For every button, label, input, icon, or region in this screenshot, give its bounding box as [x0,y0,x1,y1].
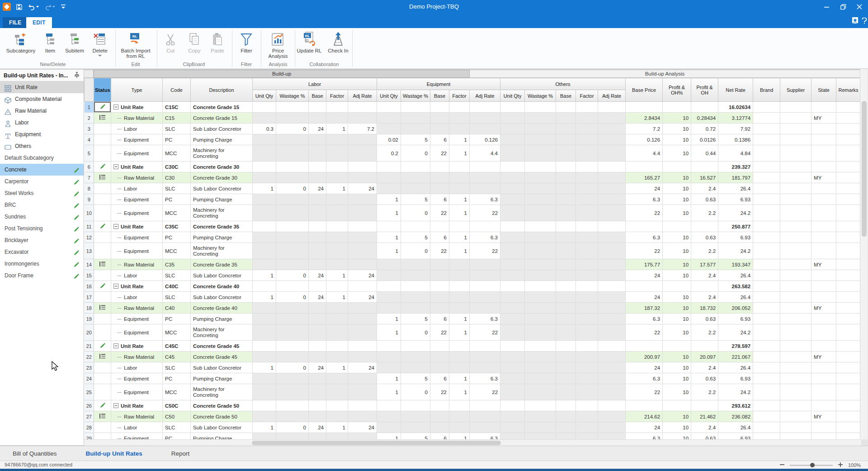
others-wastage-cell[interactable] [525,259,556,270]
sub-header-factor[interactable]: Factor [326,90,348,102]
others-factor-cell[interactable] [576,384,598,400]
labor-base-cell[interactable] [309,384,326,400]
labor-base-cell[interactable] [309,145,326,162]
equip-factor-cell[interactable] [449,292,470,303]
brand-cell[interactable] [753,400,780,411]
equip-base-cell[interactable] [430,162,449,172]
labor-factor-cell[interactable] [326,314,348,324]
code-cell[interactable]: MCC [163,384,191,400]
labor-factor-cell[interactable] [326,352,348,362]
labor-factor-cell[interactable]: 1 [326,362,348,373]
equip-unit-qty-cell[interactable]: 0.02 [377,134,401,145]
brand-cell[interactable] [753,124,780,134]
equip-factor-cell[interactable] [449,303,470,314]
supplier-cell[interactable] [780,411,811,422]
code-cell[interactable]: SLC [163,362,191,373]
remarks-cell[interactable] [836,194,860,205]
edit-pencil-icon[interactable] [73,248,80,255]
state-cell[interactable]: MY [811,259,836,270]
sub-header-unit-qty[interactable]: Unit Qty [377,90,401,102]
description-cell[interactable]: Machinery for Concreting [191,243,253,259]
equip-base-cell[interactable] [430,352,449,362]
net-rate-cell[interactable]: 6.93 [718,314,753,324]
base-price-cell[interactable] [626,400,663,411]
others-unit-qty-cell[interactable] [500,384,525,400]
equip-wastage-cell[interactable] [401,124,430,134]
brand-cell[interactable] [753,221,780,232]
tab-report[interactable]: Report [171,450,190,457]
status-cell[interactable] [94,314,111,324]
equip-unit-qty-cell[interactable] [377,113,401,124]
equip-wastage-cell[interactable] [401,162,430,172]
equip-base-cell[interactable] [430,362,449,373]
others-unit-qty-cell[interactable] [500,243,525,259]
equip-wastage-cell[interactable] [401,400,430,411]
labor-factor-cell[interactable] [326,373,348,384]
profit-oh-cell[interactable]: 2.4 [691,270,718,281]
zoom-out-button[interactable] [779,462,785,468]
sub-header-base[interactable]: Base [430,90,449,102]
status-cell[interactable] [94,433,111,440]
others-factor-cell[interactable] [576,422,598,433]
equip-unit-qty-cell[interactable]: 1 [377,194,401,205]
state-cell[interactable] [811,134,836,145]
profit-oh-cell[interactable]: 17.577 [691,259,718,270]
collapse-icon[interactable] [113,343,118,348]
equip-unit-qty-cell[interactable] [377,400,401,411]
equip-factor-cell[interactable]: 1 [449,433,470,440]
others-adj-rate-cell[interactable] [598,352,626,362]
equip-unit-qty-cell[interactable] [377,102,401,113]
others-wastage-cell[interactable] [525,194,556,205]
type-cell[interactable]: Equipment [111,145,163,162]
remarks-cell[interactable] [836,281,860,292]
state-cell[interactable] [811,292,836,303]
base-price-cell[interactable]: 187.32 [626,303,663,314]
others-factor-cell[interactable] [576,172,598,183]
labor-adj-rate-cell[interactable] [348,352,377,362]
labor-wastage-cell[interactable] [276,145,309,162]
row-number[interactable]: 15 [85,270,94,281]
profit-oh-pct-cell[interactable]: 10 [663,205,691,221]
brand-cell[interactable] [753,411,780,422]
base-price-cell[interactable]: 6.3 [626,194,663,205]
others-adj-rate-cell[interactable] [598,162,626,172]
equip-base-cell[interactable] [430,259,449,270]
net-rate-cell[interactable]: 6.93 [718,232,753,243]
column-header-profit-oh-[interactable]: Profit & OH% [663,78,691,102]
others-unit-qty-cell[interactable] [500,205,525,221]
row-number[interactable]: 22 [85,352,94,362]
others-base-cell[interactable] [556,433,576,440]
description-cell[interactable]: Pumping Charge [191,232,253,243]
profit-oh-cell[interactable]: 0.72 [691,124,718,134]
equip-adj-rate-cell[interactable]: 6.3 [470,433,500,440]
sidebar-item-equipment[interactable]: Equipment [0,128,84,140]
item-button[interactable]: Item [40,30,60,53]
state-cell[interactable] [811,400,836,411]
equip-base-cell[interactable] [430,281,449,292]
labor-factor-cell[interactable]: 1 [326,270,348,281]
labor-factor-cell[interactable] [326,205,348,221]
type-cell[interactable]: Equipment [111,324,163,341]
labor-unit-qty-cell[interactable] [253,411,276,422]
equip-wastage-cell[interactable]: 0 [401,205,430,221]
equip-factor-cell[interactable] [449,400,470,411]
others-unit-qty-cell[interactable] [500,292,525,303]
brand-cell[interactable] [753,341,780,352]
equip-factor-cell[interactable] [449,422,470,433]
supplier-cell[interactable] [780,303,811,314]
subcategory-item[interactable]: Default Subcategory [0,152,84,164]
others-adj-rate-cell[interactable] [598,205,626,221]
others-adj-rate-cell[interactable] [598,270,626,281]
equip-unit-qty-cell[interactable] [377,422,401,433]
code-cell[interactable]: SLC [163,270,191,281]
others-wastage-cell[interactable] [525,352,556,362]
type-cell[interactable]: Raw Material [111,113,163,124]
equip-unit-qty-cell[interactable]: 1 [377,232,401,243]
others-adj-rate-cell[interactable] [598,145,626,162]
equip-adj-rate-cell[interactable] [470,102,500,113]
code-cell[interactable]: C30 [163,172,191,183]
subcategory-item[interactable]: Concrete [0,164,84,176]
code-cell[interactable]: MCC [163,205,191,221]
profit-oh-cell[interactable]: 2.2 [691,205,718,221]
labor-wastage-cell[interactable]: 0 [276,422,309,433]
